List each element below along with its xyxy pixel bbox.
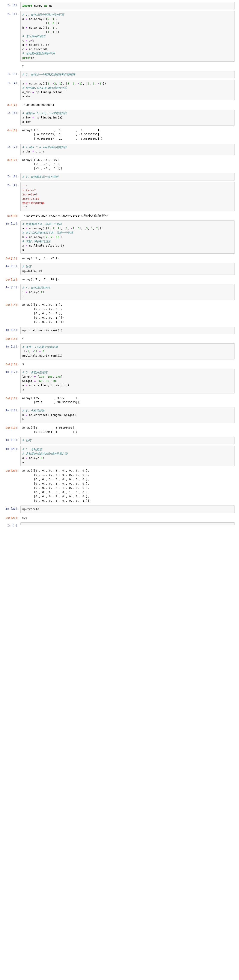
code-input[interactable]: # 3. 如何解多元一次方程组 [20, 173, 235, 180]
output-row: Out[9]:'\nx+2y+z=7\n2x-y+3z=7\n3x+y+2z=1… [0, 213, 239, 219]
execute-result: array([[1., 0., 0., 0., 0., 0., 0., 0.],… [20, 468, 235, 504]
code-cell[interactable]: In [6]:# 使用np.linalg.inv求得逆矩阵 a_inv = np… [0, 110, 239, 126]
input-prompt: In [7]: [0, 144, 20, 149]
execute-result: array([[-3., -3., -0.], [-1., -3., 1.], … [20, 157, 235, 172]
input-prompt: In [1]: [0, 2, 20, 8]
input-prompt: In [18]: [0, 407, 20, 412]
output-row: Out[6]:array([[ 1. , 1. , 0. ], [ 0.3333… [0, 127, 239, 142]
code-cell[interactable]: In [7]:# a_abs * a_inv即得到伴随矩阵 a_abs * a_… [0, 144, 239, 155]
output-prompt: Out[12]: [0, 255, 20, 261]
output-prompt: Out[16]: [0, 361, 20, 366]
code-cell[interactable]: In [1]:import numpy as np [0, 2, 239, 10]
code-cell[interactable]: In [20]:# 1. 方针的迹 # 方针的迹就是主对角线的元素之和 a = … [0, 446, 239, 466]
execute-result: -3.0000000000000004 [20, 102, 235, 108]
code-input[interactable]: # a_abs * a_inv即得到伴随矩阵 a_abs * a_inv [20, 144, 235, 155]
input-prompt: In [2]: [0, 11, 20, 16]
execute-result: 4 [20, 336, 235, 342]
input-prompt: In [20]: [0, 446, 20, 451]
code-cell[interactable]: In [13]:# 验证 np.dot(a, x) [0, 263, 239, 275]
code-cell[interactable]: In [14]:# 4. 如何求矩阵的秩 i = np.eye(4) i [0, 284, 239, 300]
output-prompt: Out[14]: [0, 302, 20, 307]
code-input[interactable]: np.trace(a) [20, 506, 235, 513]
input-prompt: In [14]: [0, 284, 20, 290]
code-input[interactable]: # 将系数写下来，排成一个矩阵 a = np.array([[1, 2, 1],… [20, 221, 235, 254]
output-prompt: Out[17]: [0, 395, 20, 401]
code-cell[interactable]: In [19]:# 补充 [0, 437, 239, 444]
code-cell[interactable]: In [18]:# 6. 求相关矩阵 b = np.corrcoef([leng… [0, 407, 239, 423]
execute-result: array([[ 1. , 1. , 0. ], [ 0.33333333, 1… [20, 127, 235, 142]
input-prompt: In [ ]: [0, 522, 20, 528]
output-prompt: Out[18]: [0, 425, 20, 430]
output-prompt: Out[4]: [0, 102, 20, 107]
execute-result: '\nx+2y+z=7\n2x-y+3z=7\n3x+y+2z=18\n求这个方… [20, 213, 235, 219]
input-prompt: In [12]: [0, 221, 20, 226]
code-cell[interactable]: In [3]:# 2. 如何求一个矩阵的逆矩阵和伴随矩阵 [0, 71, 239, 78]
output-prompt: Out[7]: [0, 157, 20, 162]
code-input[interactable] [20, 522, 235, 525]
output-prompt: Out[21]: [0, 515, 20, 520]
input-prompt: In [21]: [0, 506, 20, 511]
output-row: Out[15]:4 [0, 336, 239, 342]
execute-result: 8.0 [20, 515, 235, 521]
code-input[interactable]: # 2. 如何求一个矩阵的逆矩阵和伴随矩阵 [20, 71, 235, 78]
execute-result: 3 [20, 361, 235, 367]
code-cell[interactable]: In [9]:''' x+2y+z=7 2x-y+3z=7 3x+y+2z=18… [0, 182, 239, 211]
code-cell[interactable]: In [8]:# 3. 如何解多元一次方程组 [0, 173, 239, 180]
input-prompt: In [4]: [0, 80, 20, 85]
code-input[interactable]: # 4. 如何求矩阵的秩 i = np.eye(4) i [20, 284, 235, 300]
output-row: Out[20]:array([[1., 0., 0., 0., 0., 0., … [0, 468, 239, 504]
input-prompt: In [19]: [0, 437, 20, 442]
output-prompt: Out[9]: [0, 213, 20, 218]
output-row: Out[14]:array([[1., 0., 0., 0.], [0., 1.… [0, 302, 239, 325]
code-cell[interactable]: In [16]:# 改变一下i的某个元素的值 i[-1, -1] = 0 np.… [0, 344, 239, 359]
input-prompt: In [6]: [0, 110, 20, 115]
output-prompt: Out[20]: [0, 468, 20, 473]
code-input[interactable]: # 验证 np.dot(a, x) [20, 263, 235, 275]
code-cell[interactable]: In [12]:# 将系数写下来，排成一个矩阵 a = np.array([[1… [0, 221, 239, 254]
input-prompt: In [3]: [0, 71, 20, 76]
stream-output-row: 2 [0, 63, 239, 69]
output-row: Out[18]:array([[1. , 0.98198051], [0.981… [0, 425, 239, 435]
code-input[interactable]: # 补充 [20, 437, 235, 444]
execute-result: array([[1. , 0.98198051], [0.98198051, 1… [20, 425, 235, 435]
code-input[interactable]: # 5. 求协方差矩阵 length = [170, 180, 175] wei… [20, 369, 235, 393]
code-input[interactable]: # 1. 方针的迹 # 方针的迹就是主对角线的元素之和 a = np.eye(8… [20, 446, 235, 466]
input-prompt: In [15]: [0, 327, 20, 332]
execute-result: array([[25. , 37.5 ], [37.5 , 58.3333333… [20, 395, 235, 406]
execute-result: array([ 7., 1., -2.]) [20, 255, 235, 261]
output-row: Out[4]:-3.0000000000000004 [0, 102, 239, 108]
code-cell[interactable]: In [17]:# 5. 求协方差矩阵 length = [170, 180, … [0, 369, 239, 393]
code-input[interactable]: a = np.array([[1, -2, 1], [0, 2, -1], [1… [20, 80, 235, 100]
input-prompt: In [8]: [0, 173, 20, 178]
input-prompt: In [9]: [0, 182, 20, 188]
stream-output: 2 [20, 63, 235, 69]
code-input[interactable]: # 改变一下i的某个元素的值 i[-1, -1] = 0 np.linalg.m… [20, 344, 235, 359]
output-prompt: Out[13]: [0, 277, 20, 282]
output-row: Out[21]:8.0 [0, 515, 239, 521]
code-input[interactable]: import numpy as np [20, 2, 235, 10]
execute-result: array([ 7., 7., 18.]) [20, 277, 235, 283]
input-prompt: In [17]: [0, 369, 20, 374]
output-row: Out[12]:array([ 7., 1., -2.]) [0, 255, 239, 261]
execute-result: array([[1., 0., 0., 0.], [0., 1., 0., 0.… [20, 302, 235, 325]
code-input[interactable]: np.linalg.matrix_rank(i) [20, 327, 235, 334]
notebook-container: In [1]:import numpy as npIn [2]:# 1. 如何求… [0, 2, 239, 528]
output-row: Out[16]:3 [0, 361, 239, 367]
code-input[interactable]: ''' x+2y+z=7 2x-y+3z=7 3x+y+2z=18 求这个方程组… [20, 182, 235, 211]
code-cell[interactable]: In [2]:# 1. 如何求两个矩阵之间的距离 a = np.array([[… [0, 11, 239, 62]
code-cell[interactable]: In [ ]: [0, 522, 239, 528]
output-prompt: Out[6]: [0, 127, 20, 132]
output-prompt: Out[15]: [0, 336, 20, 341]
output-row: Out[17]:array([[25. , 37.5 ], [37.5 , 58… [0, 395, 239, 406]
code-input[interactable]: # 使用np.linalg.inv求得逆矩阵 a_inv = np.linalg… [20, 110, 235, 126]
output-row: Out[7]:array([[-3., -3., -0.], [-1., -3.… [0, 157, 239, 172]
code-cell[interactable]: In [15]:np.linalg.matrix_rank(i) [0, 327, 239, 334]
code-input[interactable]: # 6. 求相关矩阵 b = np.corrcoef([length, weig… [20, 407, 235, 423]
code-cell[interactable]: In [21]:np.trace(a) [0, 506, 239, 513]
input-prompt: In [13]: [0, 263, 20, 268]
code-input[interactable]: # 1. 如何求两个矩阵之间的距离 a = np.array([[0, 1], … [20, 11, 235, 62]
output-row: Out[13]:array([ 7., 7., 18.]) [0, 277, 239, 283]
code-cell[interactable]: In [4]:a = np.array([[1, -2, 1], [0, 2, … [0, 80, 239, 100]
input-prompt: In [16]: [0, 344, 20, 349]
